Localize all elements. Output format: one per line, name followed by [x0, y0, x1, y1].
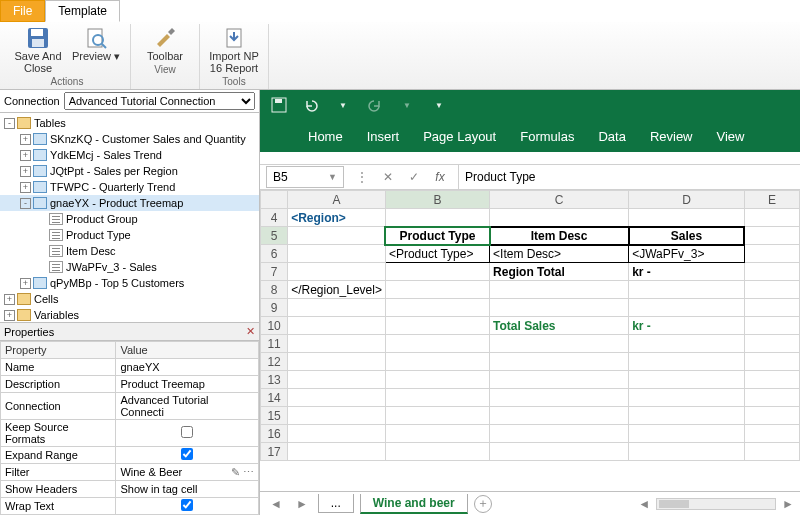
cell[interactable] — [385, 335, 489, 353]
cell[interactable] — [744, 335, 799, 353]
expand-icon[interactable]: + — [20, 134, 31, 145]
tree-item[interactable]: -gnaeYX - Product Treemap — [0, 195, 259, 211]
cell[interactable] — [288, 443, 386, 461]
property-row[interactable]: FilterWine & Beer ✎ ⋯ — [1, 464, 259, 481]
cell[interactable] — [288, 263, 386, 281]
sheet-scroll-right-icon[interactable]: ► — [782, 497, 794, 511]
expand-icon[interactable]: + — [4, 294, 15, 305]
column-header[interactable]: C — [490, 191, 629, 209]
cell[interactable] — [490, 209, 629, 227]
cell[interactable] — [385, 371, 489, 389]
cell[interactable] — [490, 335, 629, 353]
expand-icon[interactable]: + — [20, 182, 31, 193]
cell[interactable] — [490, 425, 629, 443]
cell[interactable] — [288, 245, 386, 263]
cell[interactable] — [490, 299, 629, 317]
tree-item[interactable]: -Tables — [0, 115, 259, 131]
cell[interactable]: kr - — [629, 263, 745, 281]
cell[interactable] — [744, 281, 799, 299]
excel-tab-view[interactable]: View — [717, 129, 745, 144]
save-and-close-button[interactable]: Save And Close — [10, 24, 66, 76]
property-checkbox[interactable] — [181, 426, 193, 438]
tree-item[interactable]: +TFWPC - Quarterly Trend — [0, 179, 259, 195]
row-header[interactable]: 15 — [261, 407, 288, 425]
property-checkbox[interactable] — [181, 499, 193, 511]
cell[interactable] — [385, 263, 489, 281]
cell[interactable] — [385, 317, 489, 335]
property-row[interactable]: Wrap Text — [1, 498, 259, 515]
row-header[interactable]: 9 — [261, 299, 288, 317]
collapse-icon[interactable]: - — [20, 198, 31, 209]
cell[interactable] — [385, 299, 489, 317]
cell[interactable] — [744, 353, 799, 371]
expand-icon[interactable]: + — [20, 150, 31, 161]
cell[interactable] — [288, 317, 386, 335]
cell[interactable] — [490, 281, 629, 299]
excel-tab-insert[interactable]: Insert — [367, 129, 400, 144]
cell[interactable] — [490, 407, 629, 425]
tree-item[interactable]: +Cells — [0, 291, 259, 307]
import-np16-button[interactable]: Import NP 16 Report — [206, 24, 262, 76]
row-header[interactable]: 4 — [261, 209, 288, 227]
cell[interactable] — [629, 443, 745, 461]
excel-save-icon[interactable] — [270, 96, 288, 114]
cell[interactable] — [490, 443, 629, 461]
sheet-tab-active[interactable]: Wine and beer — [360, 494, 468, 514]
tab-file[interactable]: File — [0, 0, 45, 22]
excel-tab-formulas[interactable]: Formulas — [520, 129, 574, 144]
cell[interactable] — [744, 407, 799, 425]
cell[interactable] — [288, 353, 386, 371]
property-value[interactable]: Advanced Tutorial Connecti — [116, 393, 259, 420]
excel-tab-home[interactable]: Home — [308, 129, 343, 144]
cell[interactable] — [629, 407, 745, 425]
cell[interactable] — [385, 443, 489, 461]
select-all-cell[interactable] — [261, 191, 288, 209]
property-row[interactable]: Expand Range — [1, 447, 259, 464]
tab-template[interactable]: Template — [45, 0, 120, 22]
property-value[interactable] — [116, 498, 259, 515]
row-header[interactable]: 13 — [261, 371, 288, 389]
expand-icon[interactable]: + — [20, 278, 31, 289]
cell[interactable]: <Item Desc> — [490, 245, 629, 263]
collapse-icon[interactable]: - — [4, 118, 15, 129]
cell[interactable] — [629, 425, 745, 443]
sheet-nav-prev-icon[interactable]: ◄ — [266, 497, 286, 511]
object-tree[interactable]: -Tables+SKnzKQ - Customer Sales and Quan… — [0, 113, 259, 323]
column-header[interactable]: D — [629, 191, 745, 209]
name-box[interactable]: B5▼ — [266, 166, 344, 188]
cell[interactable]: <JWaPFv_3> — [629, 245, 745, 263]
cell[interactable]: Item Desc — [490, 227, 629, 245]
property-row[interactable]: Show HeadersShow in tag cell — [1, 481, 259, 498]
cell[interactable] — [629, 335, 745, 353]
property-value[interactable]: Product Treemap — [116, 376, 259, 393]
toolbar-button[interactable]: Toolbar — [137, 24, 193, 64]
cell[interactable] — [629, 299, 745, 317]
property-value[interactable]: gnaeYX — [116, 359, 259, 376]
cell[interactable]: <Product Type> — [385, 245, 489, 263]
property-row[interactable]: ConnectionAdvanced Tutorial Connecti — [1, 393, 259, 420]
property-row[interactable]: Keep Source Formats — [1, 420, 259, 447]
fx-icon[interactable]: fx — [432, 170, 448, 184]
tree-item[interactable]: JWaPFv_3 - Sales — [0, 259, 259, 275]
horizontal-scrollbar[interactable] — [656, 498, 776, 510]
edit-filter-icon[interactable]: ✎ ⋯ — [231, 466, 254, 479]
row-header[interactable]: 8 — [261, 281, 288, 299]
cell[interactable] — [744, 209, 799, 227]
cell[interactable] — [744, 227, 799, 245]
cell[interactable] — [385, 353, 489, 371]
property-value[interactable] — [116, 447, 259, 464]
cell[interactable] — [744, 317, 799, 335]
formula-cancel-icon[interactable]: ✕ — [380, 170, 396, 184]
row-header[interactable]: 12 — [261, 353, 288, 371]
cell[interactable] — [288, 407, 386, 425]
row-header[interactable]: 14 — [261, 389, 288, 407]
properties-close-icon[interactable]: ✕ — [246, 325, 255, 338]
cell[interactable] — [288, 389, 386, 407]
tree-item[interactable]: Product Type — [0, 227, 259, 243]
cell[interactable] — [744, 371, 799, 389]
qat-customize-icon[interactable]: ▼ — [430, 96, 448, 114]
tree-item[interactable]: +YdkEMcj - Sales Trend — [0, 147, 259, 163]
sheet-tab-prev[interactable]: ... — [318, 494, 354, 513]
cell[interactable]: Region Total — [490, 263, 629, 281]
tree-item[interactable]: +SKnzKQ - Customer Sales and Quantity — [0, 131, 259, 147]
